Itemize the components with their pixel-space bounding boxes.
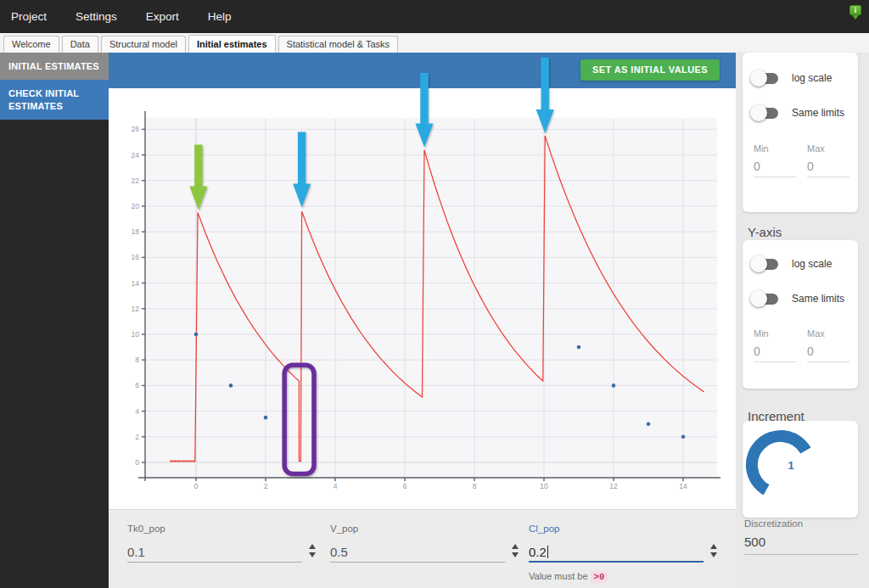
toggle-thumb xyxy=(750,255,767,272)
left-sidebar: INITIAL ESTIMATES CHECK INITIAL ESTIMATE… xyxy=(0,53,109,588)
x-min-input[interactable]: 0 xyxy=(754,160,796,177)
app-window: Project Settings Export Help i Welcome D… xyxy=(0,0,869,588)
grid-lines xyxy=(145,118,717,478)
y-min-label: Min xyxy=(754,328,769,339)
cl-pop-stepper[interactable] xyxy=(709,544,719,563)
toggle-thumb xyxy=(750,104,767,121)
x-log-scale-toggle[interactable] xyxy=(753,73,778,84)
y-log-scale-label: log scale xyxy=(792,258,832,270)
stepper-up-icon[interactable] xyxy=(710,544,717,549)
y-axis-card: log scale Same limits Min Max 0 0 xyxy=(743,240,858,389)
svg-text:8: 8 xyxy=(135,356,139,364)
discretization-label: Discretization xyxy=(744,518,803,529)
menu-export[interactable]: Export xyxy=(146,10,179,23)
increment-value: 1 xyxy=(788,459,793,472)
right-settings-panel: log scale Same limits Min Max 0 0 Y-axis xyxy=(736,53,869,588)
svg-text:14: 14 xyxy=(679,482,687,490)
y-max-input[interactable]: 0 xyxy=(807,344,849,362)
svg-text:0: 0 xyxy=(194,482,199,490)
parameter-label: Tk0_pop xyxy=(127,524,165,534)
svg-text:2: 2 xyxy=(135,433,139,441)
y-log-scale-toggle[interactable] xyxy=(753,259,778,270)
x-same-limits-toggle[interactable] xyxy=(753,108,778,119)
discretization-input[interactable]: 500 xyxy=(744,535,858,555)
parameter-v-pop: V_pop 0.5 xyxy=(330,510,530,588)
svg-text:2: 2 xyxy=(264,482,268,490)
svg-text:24: 24 xyxy=(132,151,140,160)
svg-text:10: 10 xyxy=(540,482,548,490)
x-max-input[interactable]: 0 xyxy=(807,160,849,177)
parameter-label: V_pop xyxy=(330,524,358,534)
svg-text:12: 12 xyxy=(132,305,140,313)
purple-annotation-box xyxy=(284,365,314,473)
v-pop-input[interactable]: 0.5 xyxy=(330,542,505,563)
stepper-down-icon[interactable] xyxy=(309,552,316,557)
toggle-thumb xyxy=(750,290,767,307)
svg-text:22: 22 xyxy=(132,176,140,185)
menubar: Project Settings Export Help i xyxy=(0,0,869,33)
x-min-label: Min xyxy=(754,143,769,154)
x-axis-card: log scale Same limits Min Max 0 0 xyxy=(743,53,858,212)
y-axis-section-title: Y-axis xyxy=(748,225,782,239)
v-pop-stepper[interactable] xyxy=(510,544,520,563)
svg-text:6: 6 xyxy=(403,482,407,490)
tab-statistical-model-tasks[interactable]: Statistical model & Tasks xyxy=(278,36,398,53)
parameter-cl-pop: Cl_pop 0.2 Value must be >0 xyxy=(529,510,728,588)
validation-message: Value must be >0 xyxy=(529,571,608,582)
set-as-initial-values-button[interactable]: SET AS INITIAL VALUES xyxy=(580,59,720,81)
stepper-down-icon[interactable] xyxy=(512,552,519,557)
parameter-tk0-pop: Tk0_pop 0.1 xyxy=(127,510,327,588)
stepper-down-icon[interactable] xyxy=(710,552,717,557)
axes xyxy=(138,111,720,481)
menu-help[interactable]: Help xyxy=(208,10,232,23)
y-same-limits-toggle[interactable] xyxy=(753,294,778,305)
parameter-band: Tk0_pop 0.1 V_pop 0.5 Cl_pop 0.2 Value m… xyxy=(109,509,736,588)
main-content: SET AS INITIAL VALUES 024681012140246810… xyxy=(109,53,736,509)
text-cursor xyxy=(547,546,548,558)
y-max-label: Max xyxy=(807,328,825,339)
x-max-label: Max xyxy=(807,143,825,154)
info-badge-icon[interactable]: i xyxy=(849,5,861,21)
observation-points xyxy=(194,333,686,439)
tab-structural-model[interactable]: Structural model xyxy=(101,36,186,53)
svg-text:10: 10 xyxy=(132,330,140,339)
tk0-pop-stepper[interactable] xyxy=(307,544,317,563)
y-same-limits-label: Same limits xyxy=(792,293,844,305)
info-icon: i xyxy=(849,5,861,15)
estimates-chart: 0246810121402468101214161820222426 xyxy=(109,53,736,509)
menu-settings[interactable]: Settings xyxy=(76,10,117,23)
plot-area xyxy=(145,118,717,478)
svg-text:16: 16 xyxy=(132,253,140,261)
svg-text:18: 18 xyxy=(132,227,140,236)
increment-dial[interactable]: 1 xyxy=(743,421,858,518)
menu-project[interactable]: Project xyxy=(11,10,47,23)
tab-data[interactable]: Data xyxy=(62,36,98,53)
tk0-pop-input[interactable]: 0.1 xyxy=(127,542,302,563)
tab-initial-estimates[interactable]: Initial estimates xyxy=(188,35,276,53)
cl-pop-value: 0.2 xyxy=(529,545,547,559)
stepper-up-icon[interactable] xyxy=(512,544,519,549)
svg-text:0: 0 xyxy=(135,458,139,467)
svg-text:6: 6 xyxy=(135,381,139,389)
cyan-arrow-1 xyxy=(293,132,311,207)
svg-text:26: 26 xyxy=(132,125,140,133)
y-min-input[interactable]: 0 xyxy=(754,344,796,362)
stepper-up-icon[interactable] xyxy=(309,544,316,549)
sidebar-item-initial-estimates[interactable]: INITIAL ESTIMATES xyxy=(0,53,109,80)
toggle-thumb xyxy=(750,70,767,87)
axis-tick-labels: 0246810121402468101214161820222426 xyxy=(132,125,687,490)
x-log-scale-label: log scale xyxy=(792,72,832,84)
tab-welcome[interactable]: Welcome xyxy=(3,36,59,53)
svg-text:12: 12 xyxy=(609,482,618,490)
svg-text:4: 4 xyxy=(135,407,139,416)
sidebar-item-check-initial-estimates[interactable]: CHECK INITIAL ESTIMATES xyxy=(0,80,109,120)
validation-code: >0 xyxy=(591,571,608,583)
x-same-limits-label: Same limits xyxy=(792,107,844,119)
svg-text:8: 8 xyxy=(473,482,477,490)
increment-card: 1 xyxy=(743,421,858,518)
info-badge-pointer xyxy=(852,15,859,20)
cl-pop-input[interactable]: 0.2 xyxy=(529,542,704,563)
dial-arc xyxy=(752,436,806,490)
svg-text:20: 20 xyxy=(132,202,140,210)
svg-text:14: 14 xyxy=(132,279,140,288)
